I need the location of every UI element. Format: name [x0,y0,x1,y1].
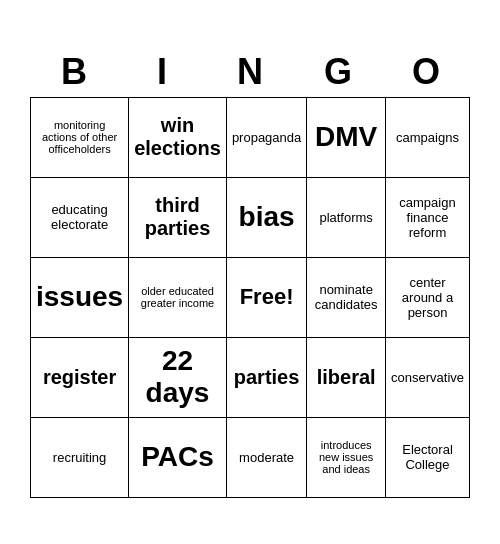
cell-text: Free! [240,284,294,310]
bingo-cell: win elections [129,98,227,178]
cell-text: issues [36,281,123,313]
bingo-cell: moderate [227,418,307,498]
cell-text: register [43,366,116,389]
cell-text: introduces new issues and ideas [312,439,380,475]
bingo-cell: PACs [129,418,227,498]
bingo-cell: third parties [129,178,227,258]
cell-text: win elections [134,114,221,160]
bingo-cell: campaign finance reform [386,178,470,258]
bingo-grid: monitoring actions of other officeholder… [30,97,470,498]
bingo-cell: older educated greater income [129,258,227,338]
bingo-cell: recruiting [31,418,129,498]
bingo-cell: center around a person [386,258,470,338]
cell-text: 22 days [134,345,221,409]
cell-text: liberal [317,366,376,389]
bingo-cell: monitoring actions of other officeholder… [31,98,129,178]
bingo-header: BINGO [30,47,470,97]
bingo-cell: nominate candidates [307,258,386,338]
bingo-cell: Electoral College [386,418,470,498]
cell-text: older educated greater income [134,285,221,309]
cell-text: parties [234,366,300,389]
cell-text: third parties [134,194,221,240]
cell-text: Electoral College [391,442,464,472]
bingo-card: BINGO monitoring actions of other office… [20,37,480,508]
header-letter: N [206,47,294,97]
header-letter: O [382,47,470,97]
cell-text: bias [239,201,295,233]
bingo-cell: conservative [386,338,470,418]
cell-text: monitoring actions of other officeholder… [36,119,123,155]
header-letter: G [294,47,382,97]
bingo-cell: 22 days [129,338,227,418]
bingo-cell: educating electorate [31,178,129,258]
bingo-cell: bias [227,178,307,258]
cell-text: DMV [315,121,377,153]
bingo-cell: platforms [307,178,386,258]
cell-text: moderate [239,450,294,465]
bingo-cell: register [31,338,129,418]
bingo-cell: DMV [307,98,386,178]
bingo-cell: propaganda [227,98,307,178]
cell-text: recruiting [53,450,106,465]
header-letter: B [30,47,118,97]
cell-text: propaganda [232,130,301,145]
cell-text: platforms [319,210,372,225]
bingo-cell: issues [31,258,129,338]
cell-text: educating electorate [36,202,123,232]
cell-text: PACs [141,441,214,473]
bingo-cell: campaigns [386,98,470,178]
bingo-cell: introduces new issues and ideas [307,418,386,498]
cell-text: campaigns [396,130,459,145]
header-letter: I [118,47,206,97]
cell-text: conservative [391,370,464,385]
bingo-cell: liberal [307,338,386,418]
bingo-cell: parties [227,338,307,418]
cell-text: nominate candidates [312,282,380,312]
bingo-cell: Free! [227,258,307,338]
cell-text: campaign finance reform [391,195,464,240]
cell-text: center around a person [391,275,464,320]
